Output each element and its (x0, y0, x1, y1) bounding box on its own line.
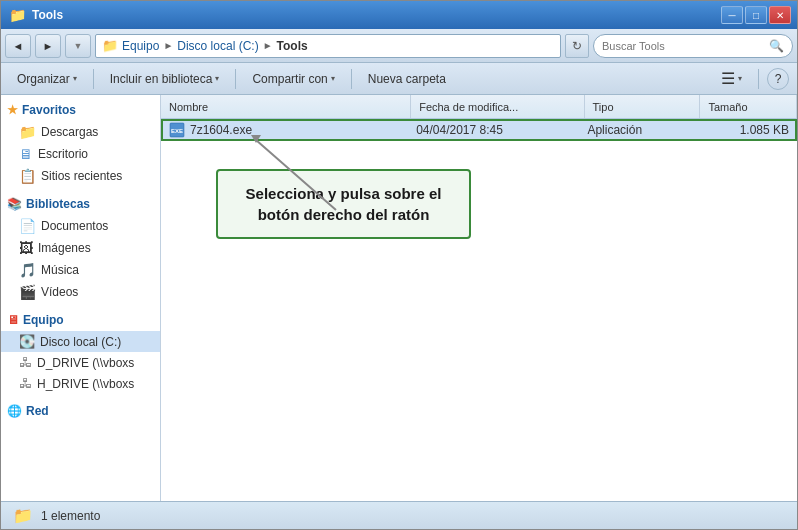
path-folder-icon: 📁 (102, 38, 118, 53)
exe-file-icon: EXE (169, 122, 185, 138)
sidebar-item-d-drive[interactable]: 🖧 D_DRIVE (\\vboxs (1, 352, 160, 373)
explorer-window: 📁 Tools ─ □ ✕ ◄ ► ▼ 📁 Equipo ► Disco loc… (0, 0, 798, 530)
folder-icon-docs: 📄 (19, 218, 36, 234)
window-icon: 📁 (9, 7, 26, 23)
sidebar-item-videos[interactable]: 🎬 Vídeos (1, 281, 160, 303)
sidebar-label-h-drive: H_DRIVE (\\vboxs (37, 377, 134, 391)
status-folder-icon: 📁 (13, 506, 33, 525)
sidebar-item-descargas[interactable]: 📁 Descargas (1, 121, 160, 143)
sidebar-label-disco-local: Disco local (C:) (40, 335, 121, 349)
network-icon: 🌐 (7, 404, 22, 418)
favorites-star-icon: ★ (7, 103, 18, 117)
file-name-text: 7z1604.exe (190, 123, 252, 137)
sidebar-item-documentos[interactable]: 📄 Documentos (1, 215, 160, 237)
annotation-box: Selecciona y pulsa sobre el botón derech… (216, 169, 471, 239)
network-label: Red (26, 404, 49, 418)
help-icon: ? (775, 72, 782, 86)
view-dropdown-arrow: ▾ (738, 74, 742, 83)
file-date-cell: 04/04/2017 8:45 (412, 123, 583, 137)
address-bar: ◄ ► ▼ 📁 Equipo ► Disco local (C:) ► Tool… (1, 29, 797, 63)
forward-arrow-icon: ► (43, 40, 54, 52)
refresh-button[interactable]: ↻ (565, 34, 589, 58)
file-date-text: 04/04/2017 8:45 (416, 123, 503, 137)
sidebar-label-docs: Documentos (41, 219, 108, 233)
organize-label: Organizar (17, 72, 70, 86)
address-path[interactable]: 📁 Equipo ► Disco local (C:) ► Tools (95, 34, 561, 58)
folder-icon-sitios: 📋 (19, 168, 36, 184)
path-arrow-1: ► (163, 40, 173, 51)
col-date-label: Fecha de modifica... (419, 101, 518, 113)
sidebar-label-escritorio: Escritorio (38, 147, 88, 161)
minimize-button[interactable]: ─ (721, 6, 743, 24)
sidebar-item-musica[interactable]: 🎵 Música (1, 259, 160, 281)
file-list-area: Nombre Fecha de modifica... Tipo Tamaño (161, 95, 797, 501)
back-button[interactable]: ◄ (5, 34, 31, 58)
col-header-name[interactable]: Nombre (161, 95, 411, 118)
path-part-disco: Disco local (C:) (177, 39, 258, 53)
col-name-label: Nombre (169, 101, 208, 113)
toolbar-sep-1 (93, 69, 94, 89)
computer-label: Equipo (23, 313, 64, 327)
share-label: Compartir con (252, 72, 327, 86)
path-arrow-2: ► (263, 40, 273, 51)
libraries-label: Bibliotecas (26, 197, 90, 211)
sidebar-computer-header[interactable]: 🖥 Equipo (1, 309, 160, 331)
sidebar-item-h-drive[interactable]: 🖧 H_DRIVE (\\vboxs (1, 373, 160, 394)
sidebar-item-sitios-recientes[interactable]: 📋 Sitios recientes (1, 165, 160, 187)
back-arrow-icon: ◄ (13, 40, 24, 52)
status-bar: 📁 1 elemento (1, 501, 797, 529)
column-header: Nombre Fecha de modifica... Tipo Tamaño (161, 95, 797, 119)
title-bar-left: 📁 Tools (9, 7, 63, 23)
folder-icon-videos: 🎬 (19, 284, 36, 300)
sidebar-item-escritorio[interactable]: 🖥 Escritorio (1, 143, 160, 165)
new-folder-button[interactable]: Nueva carpeta (360, 67, 454, 91)
library-label: Incluir en biblioteca (110, 72, 213, 86)
table-row[interactable]: EXE 7z1604.exe 04/04/2017 8:45 Aplicació… (161, 119, 797, 141)
view-button[interactable]: ☰ ▾ (713, 67, 750, 91)
sidebar-favorites-header[interactable]: ★ Favoritos (1, 99, 160, 121)
new-folder-label: Nueva carpeta (368, 72, 446, 86)
organize-dropdown-arrow: ▾ (73, 74, 77, 83)
share-dropdown-arrow: ▾ (331, 74, 335, 83)
col-type-label: Tipo (593, 101, 614, 113)
path-part-tools: Tools (277, 39, 308, 53)
sidebar-label-music: Música (41, 263, 79, 277)
file-list[interactable]: EXE 7z1604.exe 04/04/2017 8:45 Aplicació… (161, 119, 797, 501)
svg-marker-2 (256, 140, 336, 210)
folder-icon-music: 🎵 (19, 262, 36, 278)
col-header-size[interactable]: Tamaño (700, 95, 797, 118)
toolbar-sep-4 (758, 69, 759, 89)
organize-button[interactable]: Organizar ▾ (9, 67, 85, 91)
search-icon: 🔍 (769, 39, 784, 53)
main-content: ★ Favoritos 📁 Descargas 🖥 Escritorio 📋 S… (1, 95, 797, 501)
drive-icon-d: 🖧 (19, 355, 32, 370)
library-button[interactable]: Incluir en biblioteca ▾ (102, 67, 228, 91)
toolbar: Organizar ▾ Incluir en biblioteca ▾ Comp… (1, 63, 797, 95)
close-button[interactable]: ✕ (769, 6, 791, 24)
col-header-date[interactable]: Fecha de modifica... (411, 95, 584, 118)
search-box[interactable]: 🔍 (593, 34, 793, 58)
col-header-type[interactable]: Tipo (585, 95, 701, 118)
annotation-arrow-svg (241, 135, 361, 215)
sidebar-item-disco-local[interactable]: 💽 Disco local (C:) (1, 331, 160, 352)
annotation-text: Selecciona y pulsa sobre el botón derech… (246, 185, 442, 223)
folder-icon-images: 🖼 (19, 240, 33, 256)
library-dropdown-arrow: ▾ (215, 74, 219, 83)
search-input[interactable] (602, 40, 765, 52)
forward-button[interactable]: ► (35, 34, 61, 58)
libraries-icon: 📚 (7, 197, 22, 211)
file-type-cell: Aplicación (583, 123, 697, 137)
maximize-button[interactable]: □ (745, 6, 767, 24)
sidebar-label-videos: Vídeos (41, 285, 78, 299)
folder-icon-descargas: 📁 (19, 124, 36, 140)
sidebar-libraries-header[interactable]: 📚 Bibliotecas (1, 193, 160, 215)
up-button[interactable]: ▼ (65, 34, 91, 58)
help-button[interactable]: ? (767, 68, 789, 90)
file-size-text: 1.085 KB (740, 123, 789, 137)
sidebar-network-header[interactable]: 🌐 Red (1, 400, 160, 422)
drive-icon-c: 💽 (19, 334, 35, 349)
toolbar-sep-3 (351, 69, 352, 89)
sidebar-label-d-drive: D_DRIVE (\\vboxs (37, 356, 134, 370)
sidebar-item-imagenes[interactable]: 🖼 Imágenes (1, 237, 160, 259)
share-button[interactable]: Compartir con ▾ (244, 67, 342, 91)
